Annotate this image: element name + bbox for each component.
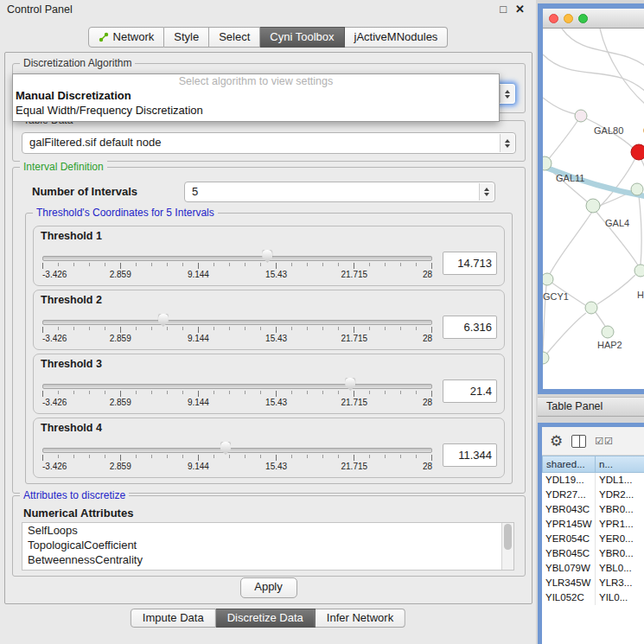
network-edge[interactable] <box>543 54 644 96</box>
select-columns-checkboxes-icon[interactable]: ☑☑ <box>595 437 614 446</box>
combo-stepper[interactable] <box>500 134 514 152</box>
threshold-slider[interactable]: -3.4262.8599.14415.4321.71528 <box>42 440 432 471</box>
network-edge[interactable] <box>547 116 581 161</box>
threshold-panel: Threshold 3-3.4262.8599.14415.4321.71528… <box>33 354 505 414</box>
slider-scale: -3.4262.8599.14415.4321.71528 <box>42 334 432 343</box>
tab-infer-network[interactable]: Infer Network <box>316 609 405 628</box>
chevron-up-icon <box>484 188 489 191</box>
network-node[interactable] <box>543 352 549 364</box>
float-window-icon[interactable]: □ <box>500 3 507 16</box>
network-node-label: GAL4 <box>605 218 629 228</box>
network-edge[interactable] <box>595 311 606 328</box>
table-cell: YPR145W <box>542 517 596 532</box>
list-item[interactable]: TopologicalCoefficient <box>22 538 513 552</box>
network-node[interactable] <box>543 273 553 285</box>
network-node[interactable] <box>602 326 614 338</box>
minimize-traffic-light-icon[interactable] <box>564 14 573 23</box>
network-edge[interactable] <box>543 98 579 115</box>
list-item[interactable]: BetweennessCentrality <box>22 552 513 567</box>
column-header-name[interactable]: n... <box>596 456 644 473</box>
network-edge[interactable] <box>545 313 586 356</box>
threshold-value-field[interactable]: 21.4 <box>443 379 497 403</box>
group-title: Interval Definition <box>20 161 107 173</box>
threshold-label: Threshold 4 <box>41 422 497 434</box>
dropdown-placeholder-option[interactable]: Select algorithm to view settings <box>13 74 499 88</box>
zoom-traffic-light-icon[interactable] <box>578 14 588 23</box>
network-node[interactable] <box>634 265 644 277</box>
network-canvas[interactable]: GAL80GAGAL11GAL4GCY1HHAP2 <box>543 29 644 389</box>
table-data-combobox[interactable]: galFiltered.sif default node <box>22 132 516 154</box>
group-title: Discretization Algorithm <box>20 57 135 69</box>
table-row[interactable]: YBR045CYBR0... <box>542 546 644 561</box>
network-edge[interactable] <box>562 29 644 70</box>
tab-style[interactable]: Style <box>164 27 209 48</box>
table-row[interactable]: YBL079WYBL0... <box>542 561 644 576</box>
list-scrollbar[interactable] <box>501 523 513 570</box>
scale-label: 21.715 <box>341 398 368 407</box>
slider-ticks <box>42 263 432 269</box>
dropdown-option-manual-discretization[interactable]: Manual Discretization <box>13 88 499 103</box>
network-edge[interactable] <box>641 158 644 181</box>
threshold-slider[interactable]: -3.4262.8599.14415.4321.71528 <box>42 312 432 343</box>
threshold-slider[interactable]: -3.4262.8599.14415.4321.71528 <box>42 376 432 407</box>
tab-cyni-toolbox[interactable]: Cyni Toolbox <box>260 27 344 48</box>
network-edge[interactable] <box>597 158 635 209</box>
table-cell: YPR1... <box>596 517 644 532</box>
network-edge[interactable] <box>639 195 641 265</box>
slider-ticks <box>42 327 432 333</box>
table-cell: YDR27... <box>542 488 596 502</box>
slider-track <box>42 320 432 325</box>
apply-button[interactable]: Apply <box>240 577 297 598</box>
table-row[interactable]: YBR043CYBR0... <box>542 502 644 517</box>
tab-jactivemnodules[interactable]: jActiveMNodules <box>345 27 449 48</box>
chevron-down-icon <box>484 193 489 196</box>
tab-impute-data[interactable]: Impute Data <box>131 609 216 628</box>
close-traffic-light-icon[interactable] <box>549 14 558 23</box>
network-edge[interactable] <box>550 212 592 274</box>
show-columns-icon[interactable] <box>571 435 586 448</box>
list-item[interactable]: SelfLoops <box>22 523 513 538</box>
tab-discretize-data[interactable]: Discretize Data <box>216 609 316 628</box>
network-node-label: GCY1 <box>543 291 569 302</box>
number-of-intervals-combobox[interactable]: 5 <box>184 182 495 202</box>
threshold-value-field[interactable]: 6.316 <box>443 316 497 339</box>
table-row[interactable]: YLR345WYLR3... <box>542 576 644 590</box>
scrollbar-thumb[interactable] <box>504 524 512 550</box>
column-header-shared-name[interactable]: shared... <box>542 456 596 473</box>
tab-select[interactable]: Select <box>209 27 260 48</box>
table-cell: YIL0... <box>596 590 644 605</box>
network-window-titlebar <box>543 9 644 29</box>
network-canvas-svg: GAL80GAGAL11GAL4GCY1HHAP2 <box>543 29 644 389</box>
table-panel-header[interactable]: Table Panel <box>538 397 644 417</box>
network-node[interactable] <box>631 183 643 195</box>
threshold-slider[interactable]: -3.4262.8599.14415.4321.71528 <box>42 248 432 279</box>
network-edge[interactable] <box>597 275 635 304</box>
network-icon <box>99 32 109 42</box>
scale-label: -3.426 <box>42 398 67 407</box>
network-edge[interactable] <box>600 29 644 108</box>
scale-label: 2.859 <box>110 398 131 407</box>
combo-stepper[interactable] <box>479 183 494 201</box>
table-cell: YER054C <box>542 532 596 546</box>
dropdown-option-equal-width[interactable]: Equal Width/Frequency Discretization <box>13 103 499 118</box>
slider-track <box>42 256 432 261</box>
table-row[interactable]: YER054CYER0... <box>542 532 644 546</box>
network-node-label: HAP2 <box>597 340 622 350</box>
network-node[interactable] <box>575 110 587 122</box>
attributes-list[interactable]: SelfLoopsTopologicalCoefficientBetweenne… <box>22 522 514 571</box>
network-node[interactable] <box>586 199 600 213</box>
gear-icon[interactable]: ⚙ <box>550 434 563 449</box>
threshold-value-field[interactable]: 11.344 <box>443 443 497 467</box>
network-node[interactable] <box>631 144 644 160</box>
tab-network[interactable]: Network <box>88 27 165 48</box>
scale-label: 9.144 <box>188 462 209 471</box>
threshold-value-field[interactable]: 14.713 <box>443 252 497 275</box>
table-row[interactable]: YDL19...YDL1... <box>542 473 644 488</box>
combo-stepper[interactable] <box>500 85 514 103</box>
table-row[interactable]: YDR27...YDR2... <box>542 488 644 502</box>
table-row[interactable]: YPR145WYPR1... <box>542 517 644 532</box>
close-icon[interactable]: ✕ <box>515 3 525 16</box>
group-title: Attributes to discretize <box>20 489 129 501</box>
network-node[interactable] <box>585 302 597 314</box>
table-row[interactable]: YIL052CYIL0... <box>542 590 644 605</box>
